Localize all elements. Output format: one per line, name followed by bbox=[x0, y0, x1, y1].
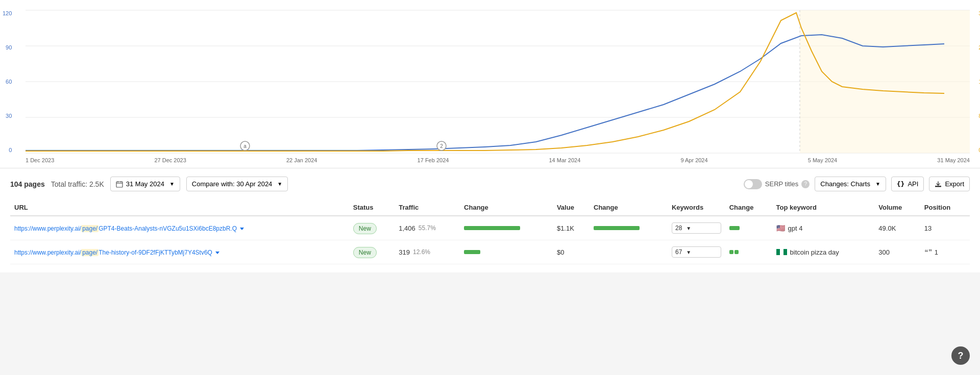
keywords-select-2[interactable]: 67 ▼ bbox=[672, 246, 721, 258]
col-position: Position bbox=[920, 199, 970, 216]
svg-text:2: 2 bbox=[440, 143, 443, 149]
table-section: 104 pages Total traffic: 2.5K 31 May 202… bbox=[0, 168, 980, 272]
keywords-dropdown-2: ▼ bbox=[686, 249, 691, 255]
x-label-1: 27 Dec 2023 bbox=[154, 157, 186, 163]
api-button[interactable]: {} API bbox=[891, 177, 924, 191]
table-row: https://www.perplexity.ai/page/GPT4-Beat… bbox=[10, 216, 970, 240]
serp-toggle[interactable] bbox=[744, 179, 762, 189]
value-cell-2: $0 bbox=[553, 240, 590, 264]
url-cell-1: https://www.perplexity.ai/page/GPT4-Beat… bbox=[10, 216, 349, 240]
api-label: API bbox=[908, 180, 918, 188]
export-icon bbox=[935, 181, 942, 188]
compare-button[interactable]: Compare with: 30 Apr 2024 ▼ bbox=[186, 177, 288, 191]
url-chevron-2[interactable] bbox=[215, 252, 219, 254]
x-label-2: 22 Jan 2024 bbox=[286, 157, 317, 163]
x-label-0: 1 Dec 2023 bbox=[26, 157, 54, 163]
top-keyword-cell-1: 🇺🇸 gpt 4 bbox=[772, 216, 875, 240]
col-top-keyword: Top keyword bbox=[772, 199, 875, 216]
status-badge-2: New bbox=[353, 247, 377, 258]
keywords-dropdown-1: ▼ bbox=[686, 226, 691, 231]
keywords-cell-1: 28 ▼ bbox=[668, 216, 725, 240]
traffic-percent-2: 12.6% bbox=[413, 248, 430, 256]
right-controls: SERP titles ? Changes: Charts ▼ {} API E… bbox=[744, 177, 970, 191]
keywords-change-bar-1 bbox=[729, 226, 740, 230]
traffic-cell-1: 1,406 55.7% bbox=[395, 216, 460, 240]
value-change-cell-1 bbox=[590, 216, 668, 240]
keywords-change-cell-2 bbox=[725, 240, 772, 264]
api-braces-icon: {} bbox=[897, 180, 905, 188]
date-dropdown-arrow: ▼ bbox=[169, 181, 175, 187]
export-button[interactable]: Export bbox=[929, 177, 970, 191]
traffic-bar-2: 319 12.6% bbox=[399, 248, 456, 256]
changes-dropdown-arrow: ▼ bbox=[875, 181, 880, 187]
quote-icon-2: ❝❞ bbox=[924, 248, 933, 256]
status-cell-1: New bbox=[349, 216, 395, 240]
col-keywords: Keywords bbox=[668, 199, 725, 216]
url-highlight-1: page/ bbox=[81, 225, 99, 232]
col-change-2: Change bbox=[590, 199, 668, 216]
position-cell-2: ❝❞ 1 bbox=[920, 240, 970, 264]
position-with-quote-2: ❝❞ 1 bbox=[924, 248, 966, 256]
value-cell-1: $1.1K bbox=[553, 216, 590, 240]
position-num-2: 1 bbox=[935, 248, 938, 256]
x-label-4: 14 Mar 2024 bbox=[549, 157, 581, 163]
table-row: https://www.perplexity.ai/page/The-histo… bbox=[10, 240, 970, 264]
top-keyword-cell-2: bitcoin pizza day bbox=[772, 240, 875, 264]
value-change-cell-2 bbox=[590, 240, 668, 264]
col-change-3: Change bbox=[725, 199, 772, 216]
traffic-change-cell-2 bbox=[460, 240, 553, 264]
x-label-3: 17 Feb 2024 bbox=[418, 157, 449, 163]
serp-help-icon[interactable]: ? bbox=[801, 180, 810, 188]
data-table: URL Status Traffic Change Value Change K… bbox=[10, 199, 970, 264]
changes-button[interactable]: Changes: Charts ▼ bbox=[815, 177, 886, 191]
volume-cell-2: 300 bbox=[874, 240, 920, 264]
url-link-2[interactable]: https://www.perplexity.ai/page/The-histo… bbox=[14, 249, 214, 256]
keywords-change-bars-2 bbox=[729, 250, 768, 254]
y-left-120: 120 bbox=[3, 10, 12, 16]
x-axis: 1 Dec 2023 27 Dec 2023 22 Jan 2024 17 Fe… bbox=[26, 157, 970, 163]
top-keyword-text-2: bitcoin pizza day bbox=[790, 248, 839, 256]
date-label: 31 May 2024 bbox=[126, 180, 164, 188]
keywords-select-1[interactable]: 28 ▼ bbox=[672, 222, 721, 234]
url-link-1[interactable]: https://www.perplexity.ai/page/GPT4-Beat… bbox=[14, 225, 238, 232]
col-volume: Volume bbox=[874, 199, 920, 216]
url-highlight-2: page/ bbox=[81, 249, 99, 256]
chart-container: 120 90 60 30 0 a bbox=[26, 10, 970, 153]
keywords-num-2: 67 bbox=[675, 248, 682, 256]
calendar-icon bbox=[116, 181, 123, 188]
pages-count: 104 pages bbox=[10, 180, 45, 188]
col-url: URL bbox=[10, 199, 349, 216]
traffic-number-2: 319 bbox=[399, 248, 410, 256]
y-left-90: 90 bbox=[3, 44, 12, 51]
traffic-change-bar-1 bbox=[464, 226, 520, 230]
url-chevron-1[interactable] bbox=[240, 228, 244, 230]
col-value: Value bbox=[553, 199, 590, 216]
col-status: Status bbox=[349, 199, 395, 216]
date-picker-button[interactable]: 31 May 2024 ▼ bbox=[110, 177, 180, 191]
serp-toggle-container: SERP titles ? bbox=[744, 179, 810, 189]
x-label-6: 5 May 2024 bbox=[808, 157, 837, 163]
svg-rect-15 bbox=[935, 186, 941, 187]
status-badge-1: New bbox=[353, 223, 377, 234]
status-cell-2: New bbox=[349, 240, 395, 264]
compare-label: Compare with: 30 Apr 2024 bbox=[192, 180, 273, 188]
chart-section: 120 90 60 30 0 a bbox=[0, 0, 980, 168]
export-label: Export bbox=[945, 180, 964, 188]
keywords-num-1: 28 bbox=[675, 224, 682, 232]
keywords-cell-2: 67 ▼ bbox=[668, 240, 725, 264]
y-left-0: 0 bbox=[3, 147, 12, 153]
table-header-row: URL Status Traffic Change Value Change K… bbox=[10, 199, 970, 216]
x-label-5: 9 Apr 2024 bbox=[680, 157, 707, 163]
value-change-bar-1 bbox=[594, 226, 640, 230]
traffic-percent-1: 55.7% bbox=[419, 224, 436, 232]
table-toolbar: 104 pages Total traffic: 2.5K 31 May 202… bbox=[10, 177, 970, 191]
top-keyword-text-1: gpt 4 bbox=[788, 224, 803, 232]
chart-svg: a 2 bbox=[26, 10, 970, 153]
traffic-bar-1: 1,406 55.7% bbox=[399, 224, 456, 232]
traffic-change-cell-1 bbox=[460, 216, 553, 240]
total-traffic: Total traffic: 2.5K bbox=[51, 180, 104, 188]
compare-dropdown-arrow: ▼ bbox=[277, 181, 282, 187]
url-cell-2: https://www.perplexity.ai/page/The-histo… bbox=[10, 240, 349, 264]
svg-text:a: a bbox=[243, 143, 247, 149]
svg-rect-5 bbox=[800, 10, 970, 153]
